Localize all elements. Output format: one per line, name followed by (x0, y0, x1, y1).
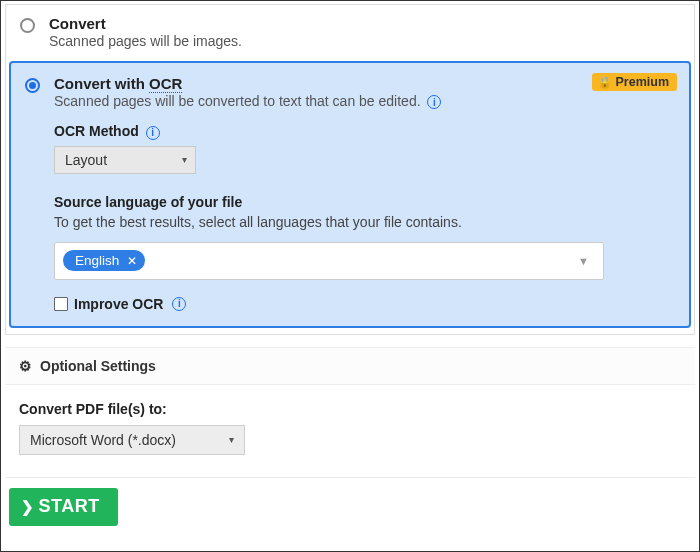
convert-to-label: Convert PDF file(s) to: (19, 401, 681, 417)
ocr-method-value: Layout (65, 152, 107, 168)
premium-badge[interactable]: 🔒 Premium (592, 73, 678, 91)
optional-settings-header[interactable]: ⚙ Optional Settings (5, 347, 695, 385)
optional-settings-title: Optional Settings (40, 358, 156, 374)
source-language-hint: To get the best results, select all lang… (54, 214, 604, 230)
option-ocr-sub: Scanned pages will be converted to text … (54, 93, 604, 109)
ocr-method-select[interactable]: Layout ▾ (54, 146, 196, 174)
info-icon[interactable]: i (427, 95, 441, 109)
close-icon[interactable]: ✕ (127, 254, 137, 268)
option-basic-title: Convert (49, 15, 680, 32)
start-button[interactable]: ❯ START (9, 488, 118, 526)
source-language-label: Source language of your file (54, 194, 604, 210)
chevron-down-icon[interactable]: ▼ (578, 255, 595, 267)
lock-icon: 🔒 (598, 76, 612, 89)
chevron-down-icon: ▾ (229, 434, 234, 445)
start-button-label: START (39, 496, 100, 517)
convert-to-value: Microsoft Word (*.docx) (30, 432, 176, 448)
info-icon[interactable]: i (146, 126, 160, 140)
radio-convert-basic[interactable] (20, 18, 35, 33)
option-ocr-title: Convert with OCR (54, 75, 604, 92)
divider (5, 477, 695, 478)
language-chip-english[interactable]: English ✕ (63, 250, 145, 271)
premium-label: Premium (616, 75, 670, 89)
info-icon[interactable]: i (172, 297, 186, 311)
chevron-down-icon: ▾ (182, 154, 187, 165)
radio-convert-ocr[interactable] (25, 78, 40, 93)
source-language-select[interactable]: English ✕ ▼ (54, 242, 604, 280)
convert-to-select[interactable]: Microsoft Word (*.docx) ▾ (19, 425, 245, 455)
option-basic-sub: Scanned pages will be images. (49, 33, 680, 49)
option-convert-ocr[interactable]: Convert with OCR Scanned pages will be c… (9, 61, 691, 328)
option-convert-basic[interactable]: Convert Scanned pages will be images. (6, 5, 694, 61)
chevron-right-icon: ❯ (21, 498, 35, 516)
ocr-method-label: OCR Method i (54, 123, 604, 139)
improve-ocr-label: Improve OCR (74, 296, 163, 312)
improve-ocr-checkbox[interactable] (54, 297, 68, 311)
gear-icon: ⚙ (19, 358, 32, 374)
language-chip-label: English (75, 253, 119, 268)
